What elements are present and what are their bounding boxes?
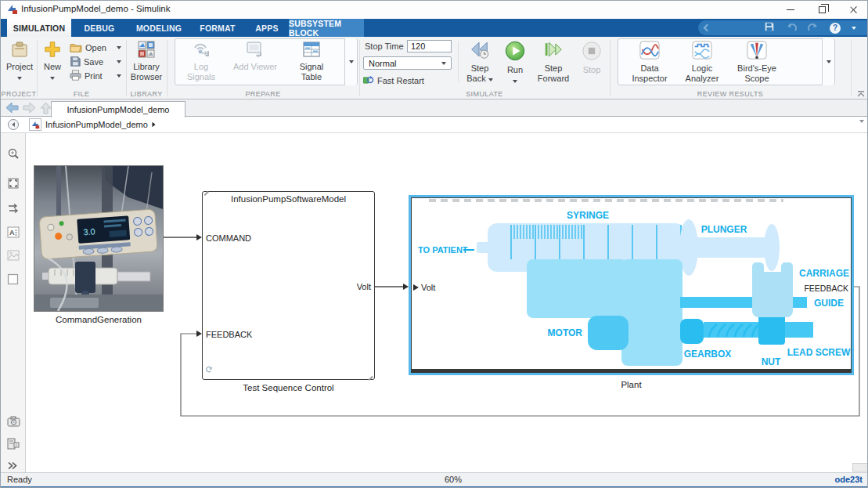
subsystem-title: InfusionPumpSoftwareModel bbox=[203, 194, 374, 204]
annotation-icon[interactable]: A bbox=[7, 226, 20, 241]
tab-apps[interactable]: APPS bbox=[245, 19, 289, 37]
tab-debug[interactable]: DEBUG bbox=[71, 19, 128, 37]
test-sequence-control-block[interactable]: InfusionPumpSoftwareModel COMMAND FEEDBA… bbox=[202, 191, 375, 380]
breadcrumb-model-name: InfusionPumpModel_demo bbox=[45, 120, 148, 129]
restore-icon bbox=[819, 6, 826, 13]
model-canvas[interactable]: 3.0 bbox=[26, 133, 868, 472]
plant-label-motor: MOTOR bbox=[548, 327, 583, 338]
canvas-scroll-corner[interactable] bbox=[852, 463, 868, 472]
plant-label-to-patient: TO PATIENT bbox=[418, 245, 468, 255]
breadcrumb[interactable]: InfusionPumpModel_demo bbox=[29, 118, 156, 131]
plant-port-volt-label: Volt bbox=[421, 283, 435, 292]
plant-block[interactable]: Volt TO PATIENT bbox=[409, 195, 854, 375]
close-button[interactable] bbox=[837, 1, 868, 19]
step-back-button[interactable]: Step Back bbox=[463, 38, 497, 87]
command-generation-block[interactable]: 3.0 bbox=[34, 165, 164, 312]
plant-label-nut: NUT bbox=[762, 356, 781, 367]
tab-format[interactable]: FORMAT bbox=[190, 19, 245, 37]
undo-button[interactable] bbox=[786, 21, 797, 35]
logic-analyzer-button[interactable]: Logic Analyzer bbox=[680, 38, 724, 87]
forwarding-arrows-icon[interactable] bbox=[7, 203, 20, 217]
prepare-gallery-caret-icon bbox=[349, 60, 354, 63]
navigate-up-button[interactable] bbox=[40, 102, 52, 117]
tab-simulation[interactable]: SIMULATION bbox=[7, 19, 71, 37]
fast-restart-icon bbox=[363, 75, 374, 86]
save-icon bbox=[70, 56, 81, 68]
screenshot-camera-icon[interactable] bbox=[7, 416, 20, 430]
fit-to-view-icon[interactable] bbox=[7, 177, 20, 193]
new-button[interactable]: New bbox=[40, 38, 65, 87]
area-box-icon[interactable] bbox=[7, 273, 19, 288]
plant-label-plunger: PLUNGER bbox=[701, 224, 747, 235]
work-area: A bbox=[1, 133, 868, 472]
save-button[interactable]: Save bbox=[70, 55, 121, 68]
stop-button[interactable]: Stop bbox=[578, 38, 605, 87]
library-browser-button[interactable]: Library Browser bbox=[128, 38, 164, 87]
fast-restart-toggle[interactable]: Fast Restart bbox=[363, 74, 424, 87]
zoom-icon[interactable] bbox=[7, 148, 20, 164]
navigate-forward-button[interactable] bbox=[23, 102, 36, 117]
breadcrumb-expand-icon[interactable] bbox=[152, 122, 155, 127]
command-generation-photo: 3.0 bbox=[34, 166, 163, 311]
collapse-arrow-icon bbox=[12, 122, 15, 127]
simulink-window: InfusionPumpModel_demo - Simulink SIMULA… bbox=[0, 0, 868, 488]
quick-save-button[interactable] bbox=[764, 21, 775, 35]
plant-label-syringe: SYRINGE bbox=[567, 210, 609, 221]
new-icon bbox=[40, 40, 65, 60]
command-generation-label: CommandGeneration bbox=[34, 315, 164, 324]
expand-palette-icon[interactable] bbox=[7, 459, 18, 473]
open-dropdown-caret-icon bbox=[117, 46, 121, 49]
model-file-icon bbox=[29, 118, 41, 131]
hide-explorer-bar-button[interactable] bbox=[8, 119, 19, 130]
document-tab[interactable]: InfusionPumpModel_demo bbox=[51, 101, 185, 117]
canvas-palette: A bbox=[1, 133, 26, 472]
plant-label-guide: GUIDE bbox=[814, 298, 844, 309]
quick-access-chevron-icon bbox=[704, 24, 711, 32]
section-label-review-results: REVIEW RESULTS bbox=[610, 90, 851, 98]
birdseye-scope-button[interactable]: Bird's-Eye Scope bbox=[729, 38, 785, 87]
status-ready: Ready bbox=[7, 475, 32, 484]
save-dropdown-caret-icon bbox=[117, 60, 121, 63]
status-bar: Ready 60% ode23t bbox=[1, 472, 868, 486]
stop-time-label: Stop Time bbox=[365, 42, 404, 51]
data-inspector-button[interactable]: Data Inspector bbox=[625, 38, 674, 87]
add-viewer-icon bbox=[232, 40, 278, 60]
tab-subsystem-block[interactable]: SUBSYSTEM BLOCK bbox=[289, 19, 364, 37]
section-label-file: FILE bbox=[37, 90, 126, 98]
print-icon bbox=[70, 70, 81, 82]
review-gallery-expand-button[interactable] bbox=[822, 38, 834, 85]
tab-modeling[interactable]: MODELING bbox=[128, 19, 190, 37]
signal-table-button[interactable]: Signal Table bbox=[289, 38, 334, 87]
help-button[interactable]: ? bbox=[830, 23, 841, 34]
minimize-button[interactable] bbox=[775, 1, 806, 19]
print-button[interactable]: Print bbox=[70, 69, 121, 82]
minimize-toolstrip-button[interactable] bbox=[855, 89, 866, 98]
document-bar: InfusionPumpModel_demo bbox=[1, 99, 868, 117]
signal-table-icon bbox=[289, 40, 334, 60]
ribbon-tab-bar: SIMULATION DEBUG MODELING FORMAT APPS SU… bbox=[1, 19, 868, 37]
restore-button[interactable] bbox=[806, 1, 837, 19]
redo-button[interactable] bbox=[808, 21, 819, 35]
run-icon bbox=[502, 40, 528, 63]
navigate-back-button[interactable] bbox=[5, 102, 19, 117]
project-button[interactable]: Project bbox=[5, 38, 34, 87]
simulation-mode-dropdown[interactable]: Normal bbox=[363, 56, 452, 70]
step-forward-icon bbox=[535, 40, 572, 62]
section-label-library: LIBRARY bbox=[126, 90, 167, 98]
add-viewer-button[interactable]: Add Viewer bbox=[232, 38, 278, 87]
help-dropdown-caret-icon[interactable] bbox=[852, 27, 856, 30]
status-solver[interactable]: ode23t bbox=[835, 475, 863, 484]
port-label-command: COMMAND bbox=[206, 233, 251, 243]
resize-corner-mark bbox=[368, 375, 373, 380]
subsystem-badge-icon[interactable] bbox=[7, 438, 20, 453]
stop-time-input[interactable] bbox=[407, 40, 452, 52]
open-button[interactable]: Open bbox=[70, 41, 121, 54]
log-signals-button[interactable]: Log Signals bbox=[179, 38, 223, 87]
plant-label-gearbox: GEARBOX bbox=[684, 349, 732, 360]
step-forward-button[interactable]: Step Forward bbox=[535, 38, 572, 87]
prepare-gallery-expand-button[interactable] bbox=[344, 38, 357, 85]
plant-label-carriage: CARRIAGE bbox=[799, 268, 849, 279]
run-button[interactable]: Run bbox=[502, 38, 528, 87]
image-annotation-icon[interactable] bbox=[7, 250, 20, 264]
test-harness-badge-icon bbox=[205, 363, 213, 377]
